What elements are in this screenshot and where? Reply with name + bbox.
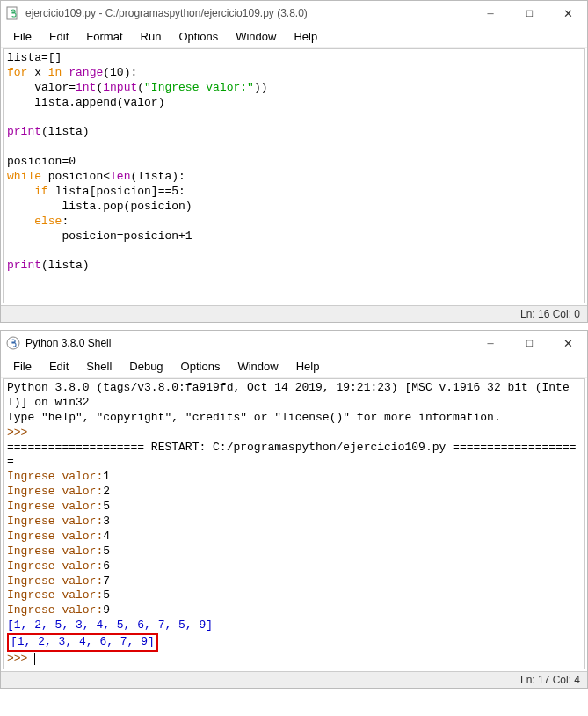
input-value: 2	[103, 485, 110, 498]
editor-statusbar: Ln: 16 Col: 0	[1, 305, 587, 322]
input-prompt-label: Ingrese valor:	[7, 485, 103, 498]
python-file-icon	[6, 6, 20, 20]
shell-prompt: >>>	[7, 426, 27, 439]
input-prompt-label: Ingrese valor:	[7, 470, 103, 483]
close-button[interactable]: ✕	[548, 331, 587, 355]
input-value: 1	[103, 470, 110, 483]
minimize-button[interactable]: ─	[471, 1, 510, 26]
menu-shell[interactable]: Shell	[77, 357, 120, 376]
input-value: 5	[103, 588, 110, 602]
shell-window-controls: ─ ☐ ✕	[471, 331, 587, 355]
menu-edit[interactable]: Edit	[40, 357, 77, 376]
input-value: 9	[103, 603, 110, 617]
shell-title: Python 3.8.0 Shell	[25, 337, 471, 349]
input-prompt-label: Ingrese valor:	[7, 603, 103, 617]
menu-help[interactable]: Help	[285, 27, 326, 46]
output-list-1: [1, 2, 5, 3, 4, 5, 6, 7, 5, 9]	[7, 618, 213, 632]
shell-banner: Python 3.8.0 (tags/v3.8.0:fa919fd, Oct 1…	[7, 381, 570, 409]
input-prompt-label: Ingrese valor:	[7, 544, 103, 558]
text-cursor	[34, 653, 35, 665]
shell-output[interactable]: Python 3.8.0 (tags/v3.8.0:fa919fd, Oct 1…	[3, 378, 585, 669]
input-value: 7	[103, 574, 110, 588]
menu-format[interactable]: Format	[77, 27, 131, 46]
editor-menubar: File Edit Format Run Options Window Help	[1, 26, 587, 48]
input-prompt-label: Ingrese valor:	[7, 530, 103, 543]
editor-window: ejercicio109.py - C:/programaspython/eje…	[0, 0, 588, 323]
input-prompt-label: Ingrese valor:	[7, 588, 103, 602]
code-editor[interactable]: lista=[] for x in range(10): valor=int(i…	[3, 48, 585, 303]
menu-options[interactable]: Options	[172, 357, 229, 376]
menu-window[interactable]: Window	[229, 357, 287, 376]
menu-run[interactable]: Run	[132, 27, 171, 46]
output-list-2-highlighted: [1, 2, 3, 4, 6, 7, 9]	[7, 633, 158, 652]
menu-file[interactable]: File	[4, 357, 40, 376]
shell-menubar: File Edit Shell Debug Options Window Hel…	[1, 355, 587, 378]
editor-title: ejercicio109.py - C:/programaspython/eje…	[25, 7, 471, 19]
input-value: 3	[103, 515, 110, 528]
menu-help[interactable]: Help	[287, 357, 329, 376]
menu-window[interactable]: Window	[227, 27, 285, 46]
input-value: 5	[103, 544, 110, 558]
editor-window-controls: ─ ☐ ✕	[471, 1, 587, 26]
menu-edit[interactable]: Edit	[40, 27, 77, 46]
minimize-button[interactable]: ─	[471, 331, 510, 355]
input-value: 6	[103, 559, 110, 573]
shell-titlebar[interactable]: Python 3.8.0 Shell ─ ☐ ✕	[1, 331, 587, 355]
menu-options[interactable]: Options	[170, 27, 227, 46]
shell-statusbar: Ln: 17 Col: 4	[1, 671, 587, 688]
python-shell-icon	[6, 336, 20, 350]
menu-debug[interactable]: Debug	[120, 357, 171, 376]
maximize-button[interactable]: ☐	[510, 331, 548, 355]
input-prompt-label: Ingrese valor:	[7, 515, 103, 528]
input-prompt-label: Ingrese valor:	[7, 574, 103, 588]
shell-banner2: Type "help", "copyright", "credits" or "…	[7, 411, 501, 424]
input-value: 5	[103, 500, 110, 513]
shell-window: Python 3.8.0 Shell ─ ☐ ✕ File Edit Shell…	[0, 330, 588, 689]
input-value: 4	[103, 530, 110, 543]
input-prompt-label: Ingrese valor:	[7, 559, 103, 573]
close-button[interactable]: ✕	[548, 1, 587, 26]
shell-prompt: >>>	[7, 652, 27, 665]
editor-titlebar[interactable]: ejercicio109.py - C:/programaspython/eje…	[1, 1, 587, 26]
menu-file[interactable]: File	[4, 27, 40, 46]
maximize-button[interactable]: ☐	[510, 1, 548, 26]
restart-line: ==================== RESTART: C:/program…	[7, 441, 577, 469]
input-prompt-label: Ingrese valor:	[7, 500, 103, 513]
